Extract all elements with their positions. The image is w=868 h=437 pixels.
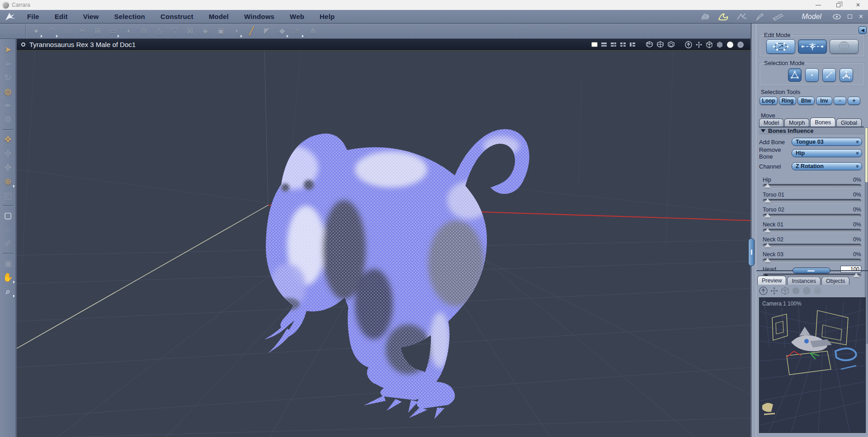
menu-construct[interactable]: Construct — [160, 13, 193, 20]
delete-box-icon[interactable]: ⊠ — [185, 26, 195, 37]
minimize-button[interactable]: — — [808, 0, 828, 10]
selection-tool-+-button[interactable]: + — [848, 97, 860, 105]
selection-tool-loop-button[interactable]: Loop — [760, 97, 778, 105]
slider-handle[interactable] — [853, 273, 859, 277]
slider-handle[interactable] — [764, 228, 771, 232]
wrap-tool-icon[interactable]: ◆ — [277, 26, 287, 37]
move-tool-icon[interactable]: ✥ — [1, 132, 15, 146]
hand-pan-icon[interactable]: ✋ — [1, 270, 15, 284]
face-select-button[interactable] — [840, 68, 853, 82]
spline-tool-icon[interactable]: ◠ — [47, 26, 57, 37]
menu-model[interactable]: Model — [209, 13, 229, 20]
vertex-pin-icon[interactable]: ✒ — [1, 99, 15, 113]
brush-select-icon[interactable]: ✐ — [1, 236, 15, 250]
slider-track[interactable] — [763, 258, 861, 262]
marquee-select-icon[interactable]: ▢ — [1, 208, 15, 222]
menu-selection[interactable]: Selection — [114, 13, 146, 20]
layout-2pane-icon[interactable] — [601, 42, 607, 47]
orbit-icon[interactable] — [770, 287, 778, 295]
channel-dropdown[interactable]: Z Rotation« — [792, 162, 862, 170]
add-bone-dropdown[interactable]: Tongue 03« — [792, 138, 862, 146]
extrude-up-icon[interactable]: △ — [154, 26, 164, 37]
sphere-shaded-icon[interactable]: ◑ — [231, 26, 241, 37]
menu-help[interactable]: Help — [320, 13, 335, 20]
scene-canvas[interactable] — [17, 51, 750, 437]
slider-track[interactable] — [763, 244, 861, 247]
flag-tool-icon[interactable]: ◤ — [262, 26, 272, 37]
menu-edit[interactable]: Edit — [55, 13, 68, 20]
camera-up-icon[interactable] — [685, 41, 692, 48]
sphere-map-button[interactable] — [830, 39, 859, 54]
menu-file[interactable]: File — [27, 13, 39, 20]
slider-track[interactable] — [763, 229, 861, 232]
selection-tool-ring-button[interactable]: Ring — [779, 97, 796, 105]
slider-handle[interactable] — [764, 258, 771, 262]
solid-cube-icon[interactable] — [716, 41, 723, 48]
scissors-tool-icon[interactable]: ✂ — [77, 26, 87, 37]
bottom-splitter-handle[interactable] — [793, 268, 830, 273]
extrude-down-icon[interactable]: ▽ — [170, 26, 179, 37]
weld-tool-icon[interactable]: ⊞ — [93, 26, 103, 37]
tab-model[interactable]: Model — [759, 118, 783, 127]
shaded-sphere-icon[interactable] — [726, 41, 734, 48]
solid-cube-icon[interactable] — [792, 287, 800, 295]
tab-bones[interactable]: Bones — [810, 117, 835, 127]
tab-global[interactable]: Global — [836, 118, 862, 127]
selection-tool-btw-button[interactable]: Btw — [797, 97, 815, 105]
eye-icon[interactable] — [832, 14, 841, 19]
lathe-tool-icon[interactable]: ⊜ — [139, 26, 149, 37]
textured-sphere-icon[interactable] — [813, 287, 822, 295]
bone-edit-button[interactable] — [798, 39, 827, 54]
render-film-icon[interactable] — [772, 12, 784, 21]
wire-cube-icon[interactable] — [706, 41, 713, 48]
preview-viewport[interactable]: Camera 1 100% — [759, 297, 866, 433]
menu-web[interactable]: Web — [290, 13, 304, 20]
refbox-3-icon[interactable] — [667, 41, 675, 48]
slider-track[interactable] — [763, 199, 861, 202]
layout-single-icon[interactable] — [591, 42, 598, 47]
refbox-1-icon[interactable] — [646, 41, 653, 48]
slider-handle[interactable] — [764, 183, 771, 188]
layout-l-icon[interactable] — [629, 42, 636, 47]
layout-4pane-icon[interactable] — [610, 42, 617, 47]
collapse-panel-button[interactable]: ◀ — [859, 26, 867, 34]
close-button[interactable]: ✕ — [848, 0, 868, 10]
magnet-tool-icon[interactable]: ∩ — [62, 26, 72, 37]
tab-morph[interactable]: Morph — [784, 118, 809, 127]
viewport[interactable]: Tyrannosaurus Rex 3 Male of Doc1 — [17, 39, 750, 437]
doc-radio-icon[interactable] — [21, 42, 25, 47]
slider-handle[interactable] — [764, 243, 771, 247]
refbox-2-icon[interactable] — [656, 41, 664, 48]
polygon-edit-button[interactable] — [766, 39, 795, 54]
layout-4pane-b-icon[interactable] — [620, 42, 626, 47]
select-arrow-icon[interactable]: ➤ — [1, 42, 15, 56]
universal-manipulator-icon[interactable]: ⊕ — [1, 174, 15, 188]
direct-select-icon[interactable]: ➢ — [1, 56, 15, 70]
sphere-of-attraction-icon[interactable]: ◍ — [1, 85, 15, 99]
texture-brush-icon[interactable] — [754, 12, 766, 21]
assemble-hand-icon[interactable] — [700, 12, 712, 21]
rect-handles-icon[interactable]: ▭ — [108, 26, 118, 37]
bone-bender-icon[interactable]: ⚙ — [1, 113, 15, 127]
working-box-icon[interactable]: ◰ — [1, 188, 15, 202]
menu-view[interactable]: View — [83, 13, 99, 20]
model-wrench-icon[interactable] — [718, 12, 730, 21]
bones-influence-header[interactable]: Bones Influence — [759, 127, 864, 134]
stack-planes-icon[interactable]: ◈ — [200, 26, 210, 37]
tab-objects[interactable]: Objects — [821, 277, 849, 285]
restore-button[interactable] — [828, 0, 848, 10]
orbit-icon[interactable] — [695, 41, 703, 48]
zoom-tool-icon[interactable]: ⌕ — [1, 284, 15, 298]
slider-track[interactable] — [763, 184, 861, 188]
paint-brush-gold-icon[interactable]: ╱ — [246, 26, 256, 37]
maximize-panel-icon[interactable] — [848, 14, 852, 19]
dome-tool-icon[interactable]: ◖ — [123, 26, 133, 37]
point-select-button[interactable] — [805, 68, 819, 82]
textured-sphere-icon[interactable] — [737, 41, 744, 48]
vertex-select-button[interactable] — [788, 68, 802, 82]
slider-handle[interactable] — [764, 198, 771, 202]
slider-handle[interactable] — [764, 213, 771, 217]
selection-tool-inv-button[interactable]: Inv — [816, 97, 832, 105]
close-panel-icon[interactable]: ✕ — [859, 13, 863, 20]
edge-select-button[interactable] — [822, 68, 836, 82]
